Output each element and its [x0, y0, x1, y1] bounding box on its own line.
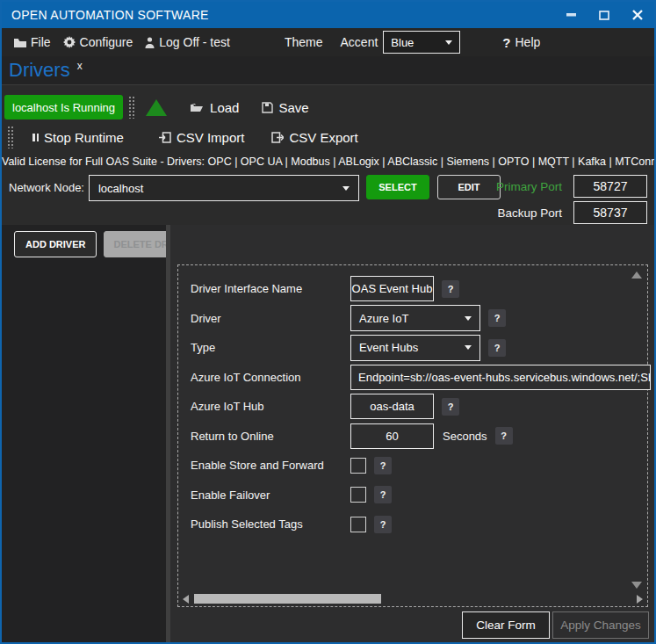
form-row-store-forward: Enable Store and Forward ? [178, 451, 647, 481]
type-dropdown[interactable]: Event Hubs [350, 335, 480, 361]
load-button[interactable]: Load [191, 100, 239, 115]
backup-port-field[interactable]: 58737 [573, 201, 647, 224]
primary-port-field[interactable]: 58727 [573, 175, 647, 198]
menu-theme[interactable]: Theme [285, 35, 323, 49]
title-bar: OPEN AUTOMATION SOFTWARE [2, 2, 654, 28]
clear-form-button[interactable]: Clear Form [462, 611, 550, 639]
form-row-failover: Enable Failover ? [178, 481, 647, 510]
menu-file[interactable]: File [14, 35, 51, 49]
chevron-down-icon [465, 316, 472, 321]
hub-input[interactable]: oas-data [350, 394, 434, 419]
accent-dropdown-value: Blue [391, 36, 414, 49]
minimize-button[interactable] [554, 2, 588, 28]
window-controls [554, 2, 654, 28]
menu-help[interactable]: ? Help [502, 35, 540, 50]
csv-export-icon [271, 132, 284, 143]
scroll-left-arrow-icon[interactable] [183, 595, 189, 604]
type-dropdown-value: Event Hubs [359, 341, 418, 354]
save-button[interactable]: Save [262, 100, 308, 115]
driver-dropdown[interactable]: Azure IoT [350, 305, 480, 331]
store-forward-label: Enable Store and Forward [191, 459, 350, 472]
menu-help-label: Help [515, 35, 541, 49]
csv-export-label: CSV Export [289, 130, 357, 145]
close-button[interactable] [621, 2, 654, 28]
failover-label: Enable Failover [191, 488, 350, 502]
menu-logoff[interactable]: Log Off - test [145, 35, 230, 49]
tab-close-icon[interactable]: x [77, 60, 83, 72]
chevron-down-icon [445, 40, 452, 45]
network-node-label: Network Node: [9, 175, 84, 201]
help-icon[interactable]: ? [488, 339, 506, 357]
driver-form-panel: Driver Interface Name OAS Event Hub ? Dr… [170, 225, 654, 642]
type-label: Type [191, 341, 350, 354]
menu-file-label: File [31, 35, 51, 49]
select-button[interactable]: SELECT [366, 175, 429, 199]
help-icon[interactable]: ? [374, 457, 392, 474]
runtime-status-button[interactable]: localhost Is Running [4, 95, 123, 119]
csv-export-button[interactable]: CSV Export [271, 130, 357, 145]
form-row-type: Type Event Hubs ? [178, 333, 647, 363]
main-area: ADD DRIVER DELETE DRIVER Driver Interfac… [2, 225, 654, 642]
primary-port-row: Primary Port 58727 [496, 175, 647, 198]
license-text: Valid License for Full OAS Suite - Drive… [2, 152, 654, 172]
seconds-label: Seconds [443, 430, 487, 443]
scroll-right-arrow-icon[interactable] [637, 595, 643, 604]
pause-icon [32, 134, 39, 141]
footer-buttons: Clear Form Apply Changes [462, 611, 649, 639]
edit-button[interactable]: EDIT [437, 175, 501, 199]
maximize-button[interactable] [588, 2, 621, 28]
store-forward-checkbox[interactable] [350, 458, 366, 474]
help-icon[interactable]: ? [374, 516, 392, 533]
chevron-down-icon [465, 345, 472, 350]
menu-configure[interactable]: Configure [63, 35, 133, 49]
csv-import-button[interactable]: CSV Import [159, 130, 245, 145]
form-row-hub: Azure IoT Hub oas-data ? [178, 392, 647, 422]
backup-port-row: Backup Port 58737 [496, 201, 647, 224]
connection-label: Azure IoT Connection [191, 371, 350, 384]
form-row-driver: Driver Azure IoT ? [178, 304, 647, 334]
connection-string-input[interactable]: Endpoint=sb://oas-event-hubs.servicebus.… [350, 365, 651, 390]
menu-configure-label: Configure [80, 35, 133, 49]
open-folder-icon [191, 102, 205, 112]
scroll-down-arrow-icon[interactable] [631, 582, 642, 589]
scroll-up-arrow-icon[interactable] [631, 271, 642, 279]
folder-icon [14, 38, 26, 47]
menu-bar: File Configure Log Off - test Theme Acce… [2, 28, 654, 56]
chevron-down-icon [342, 186, 350, 191]
horizontal-scrollbar[interactable] [181, 593, 645, 604]
interface-name-label: Driver Interface Name [191, 282, 350, 295]
add-driver-button[interactable]: ADD DRIVER [14, 231, 97, 257]
help-icon[interactable]: ? [374, 486, 392, 503]
load-button-label: Load [210, 100, 239, 115]
toolbar-row-2: Stop Runtime CSV Import CSV Export [2, 122, 654, 152]
failover-checkbox[interactable] [350, 487, 366, 503]
backup-port-label: Backup Port [497, 206, 562, 220]
help-icon[interactable]: ? [488, 309, 506, 327]
stop-runtime-label: Stop Runtime [44, 130, 124, 145]
tab-drivers[interactable]: Drivers [9, 56, 70, 83]
publish-tags-label: Publish Selected Tags [191, 517, 350, 531]
help-icon: ? [502, 35, 510, 50]
help-icon[interactable]: ? [442, 280, 459, 298]
form-row-return-online: Return to Online 60 Seconds ? [178, 422, 647, 452]
form-row-interface-name: Driver Interface Name OAS Event Hub ? [178, 274, 647, 304]
interface-name-input[interactable]: OAS Event Hub [350, 276, 434, 301]
return-online-input[interactable]: 60 [350, 423, 434, 449]
app-window: OPEN AUTOMATION SOFTWARE File Configure [0, 0, 656, 644]
toolbar-grip-handle[interactable] [128, 96, 134, 119]
scrollbar-thumb[interactable] [194, 594, 381, 604]
stop-runtime-button[interactable]: Stop Runtime [32, 130, 124, 145]
primary-port-label: Primary Port [496, 180, 562, 193]
csv-import-label: CSV Import [177, 130, 245, 145]
driver-dropdown-value: Azure IoT [359, 312, 408, 325]
help-icon[interactable]: ? [495, 427, 513, 445]
publish-tags-checkbox[interactable] [350, 517, 366, 532]
toolbar-row-1: localhost Is Running Load Save [2, 92, 654, 122]
help-icon[interactable]: ? [442, 398, 459, 416]
accent-dropdown[interactable]: Blue [383, 31, 460, 54]
toolbar-grip-handle-2[interactable] [7, 126, 13, 148]
hub-label: Azure IoT Hub [191, 400, 350, 413]
status-triangle-icon [146, 99, 167, 116]
network-node-dropdown[interactable]: localhost [89, 175, 359, 201]
menu-logoff-label: Log Off - test [159, 35, 230, 49]
